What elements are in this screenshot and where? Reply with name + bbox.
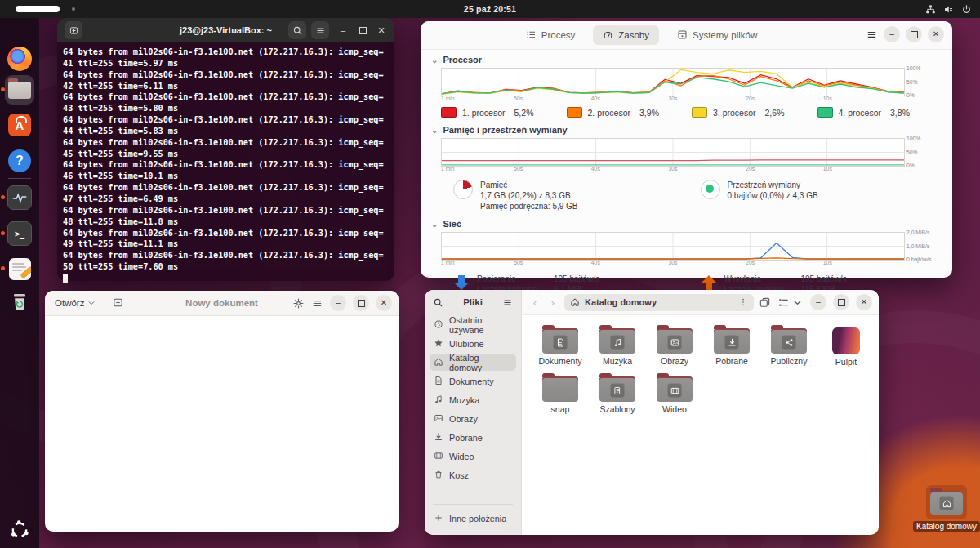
menu-icon[interactable] xyxy=(866,29,878,41)
x-axis-tick: 50s xyxy=(514,96,523,101)
gear-icon[interactable] xyxy=(292,297,305,310)
tabs-overview-icon[interactable] xyxy=(759,296,771,309)
minimize-button[interactable]: – xyxy=(330,295,346,311)
image-icon xyxy=(668,336,682,350)
file-item-label: Szablony xyxy=(599,405,635,414)
file-item-publiczny[interactable]: Publiczny xyxy=(762,328,816,367)
search-icon[interactable] xyxy=(288,21,306,39)
dock-item-help[interactable]: ? xyxy=(5,146,34,176)
clock[interactable]: 25 paź 20:51 xyxy=(0,4,980,14)
x-axis-tick: 10s xyxy=(823,166,832,172)
text-editor-window: Otwórz Nowy dokument – ✕ xyxy=(45,291,399,532)
sidebar-item-ostatnio-używane[interactable]: Ostatnio używane xyxy=(430,316,516,333)
file-item-snap[interactable]: snap xyxy=(533,376,587,414)
file-item-pulpit[interactable]: Pulpit xyxy=(819,328,873,367)
maximize-button[interactable] xyxy=(833,294,849,310)
file-item-pobrane[interactable]: Pobrane xyxy=(705,328,759,367)
system-monitor-titlebar[interactable]: Procesy Zasoby Systemy plików – ✕ xyxy=(421,21,952,50)
sidebar-item-kosz[interactable]: Kosz xyxy=(430,466,516,483)
dock-item-firefox[interactable] xyxy=(5,44,34,74)
sidebar-item-ulubione[interactable]: Ulubione xyxy=(430,335,516,352)
dock-item-terminal[interactable]: >_ xyxy=(5,219,34,248)
maximize-button[interactable] xyxy=(906,26,922,42)
network-section-header[interactable]: ⌄ Sieć xyxy=(431,219,952,229)
cpu-legend-item: 2. procesor 3,9% xyxy=(567,107,693,118)
forward-icon[interactable]: › xyxy=(546,296,559,309)
file-item-dokumenty[interactable]: Dokumenty xyxy=(533,328,587,367)
sidebar-item-muzyka[interactable]: Muzyka xyxy=(430,391,516,408)
list-view-icon[interactable] xyxy=(777,296,790,309)
close-button[interactable]: ✕ xyxy=(928,26,944,42)
files-sidebar-header[interactable]: Pliki xyxy=(425,290,521,314)
close-button[interactable]: ✕ xyxy=(372,21,390,39)
text-editor-titlebar[interactable]: Otwórz Nowy dokument – ✕ xyxy=(45,291,399,316)
x-axis-tick: 50s xyxy=(514,260,523,265)
image-icon xyxy=(434,413,443,425)
sidebar-item-obrazy[interactable]: Obrazy xyxy=(430,410,516,427)
sidebar-item-katalog-domowy[interactable]: Katalog domowy xyxy=(430,354,516,371)
file-item-szablony[interactable]: Szablony xyxy=(590,376,644,414)
path-bar[interactable]: Katalog domowy xyxy=(564,294,754,311)
folder-icon xyxy=(542,376,578,402)
maximize-button[interactable] xyxy=(354,21,372,39)
kebab-menu-icon[interactable] xyxy=(738,297,748,307)
running-indicator-dot xyxy=(1,195,5,199)
system-status-area[interactable] xyxy=(925,0,972,18)
file-item-muzyka[interactable]: Muzyka xyxy=(590,328,644,367)
sidebar-item-pobrane[interactable]: Pobrane xyxy=(430,429,516,446)
back-icon[interactable]: ‹ xyxy=(528,296,541,309)
terminal-line: 64 bytes from mil02s06-in-f3.1e100.net (… xyxy=(63,228,389,239)
terminal-line: 41 ttl=255 time=5.97 ms xyxy=(63,58,389,69)
memory-section-header[interactable]: ⌄ Pamięć i przestrzeń wymiany xyxy=(431,125,952,135)
close-button[interactable]: ✕ xyxy=(376,295,392,311)
file-item-label: Dokumenty xyxy=(538,357,581,366)
section-title: Pamięć i przestrzeń wymiany xyxy=(443,125,567,135)
folder-icon xyxy=(542,328,578,354)
x-axis-tick: 40s xyxy=(591,260,600,265)
view-options-chevron-icon[interactable] xyxy=(791,296,804,309)
section-title: Sieć xyxy=(443,219,461,229)
desktop-icon-home[interactable]: Katalog domowy xyxy=(923,485,970,532)
menu-icon[interactable] xyxy=(311,297,323,310)
tab-file-systems[interactable]: Systemy plików xyxy=(667,25,767,45)
cpu-legend: 1. procesor 5,2% 2. procesor 3,9% 3. pro… xyxy=(441,107,942,118)
file-item-wideo[interactable]: Wideo xyxy=(648,376,702,414)
memory-pie-icon xyxy=(453,180,473,199)
terminal-titlebar[interactable]: j23@j23-VirtualBox: ~ – ✕ xyxy=(57,18,394,42)
dock-item-trash[interactable] xyxy=(5,289,34,319)
minimize-button[interactable]: – xyxy=(884,26,900,42)
upload-label: Wysyłanie xyxy=(724,274,795,284)
minimize-button[interactable]: – xyxy=(810,294,826,310)
download-icon xyxy=(434,432,443,443)
dock-item-text-editor[interactable] xyxy=(5,254,34,283)
swap-pie-icon xyxy=(701,180,720,199)
sidebar-item-wideo[interactable]: Wideo xyxy=(430,448,516,465)
dock-item-files[interactable] xyxy=(5,75,34,105)
menu-icon[interactable] xyxy=(502,297,513,308)
terminal-line: 42 ttl=255 time=6.11 ms xyxy=(63,81,389,92)
file-item-obrazy[interactable]: Obrazy xyxy=(648,328,702,367)
search-icon[interactable] xyxy=(433,297,443,308)
x-axis-tick: 20s xyxy=(746,260,755,265)
terminal-line: 64 bytes from mil02s06-in-f3.1e100.net (… xyxy=(63,91,389,103)
terminal-output[interactable]: 64 bytes from mil02s06-in-f3.1e100.net (… xyxy=(57,42,394,288)
tab-processes[interactable]: Procesy xyxy=(516,25,586,45)
network-chart: 2,0 MiB/s1,0 MiB/s0 bajtów/s1 min50s40s3… xyxy=(441,232,942,270)
home-icon xyxy=(434,357,443,368)
templates-icon xyxy=(611,384,625,398)
tab-resources[interactable]: Zasoby xyxy=(593,25,659,45)
minimize-button[interactable]: – xyxy=(334,21,352,39)
cpu-section-header[interactable]: ⌄ Procesor xyxy=(431,55,952,65)
dock-item-system-monitor[interactable] xyxy=(5,183,34,212)
close-button[interactable]: ✕ xyxy=(856,294,872,310)
maximize-button[interactable] xyxy=(353,295,369,311)
sidebar-item-other-locations[interactable]: Inne położenia xyxy=(430,510,516,527)
menu-icon[interactable] xyxy=(311,21,329,39)
files-toolbar[interactable]: ‹ › Katalog domowy – ✕ xyxy=(522,290,879,315)
show-apps-ubuntu-logo-icon[interactable] xyxy=(8,519,31,541)
sidebar-item-label: Ulubione xyxy=(449,339,484,349)
sidebar-item-dokumenty[interactable]: Dokumenty xyxy=(430,372,516,390)
editor-text-area[interactable] xyxy=(45,316,399,532)
terminal-line: 64 bytes from mil02s06-in-f3.1e100.net (… xyxy=(63,182,389,194)
dock-item-software[interactable]: A xyxy=(5,110,34,140)
